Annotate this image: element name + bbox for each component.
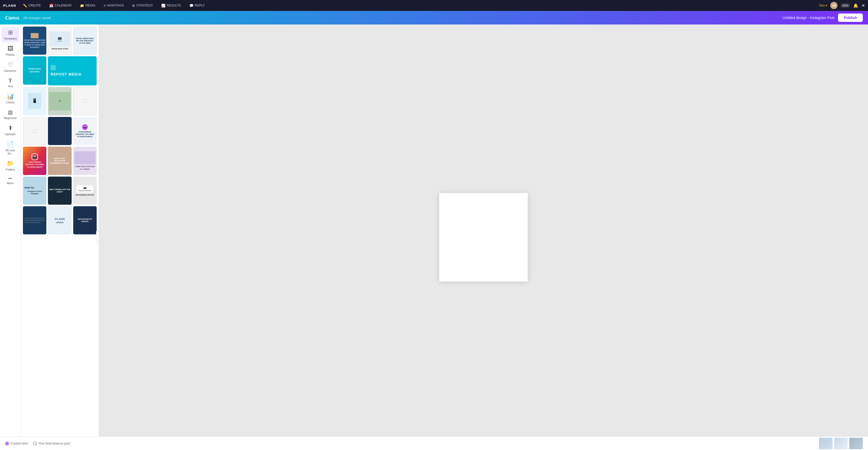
nav-hashtags-label: HASHTAGS [107, 4, 124, 7]
nav-results-label: RESULTS [167, 4, 181, 7]
folders-label: Folders [5, 168, 15, 171]
sidebar-tool-uploads[interactable]: ⬆ Uploads [2, 123, 19, 138]
canvas-area[interactable]: 46% ⤢ Help ? [99, 25, 868, 450]
template-item-photo3[interactable]: GET A CHAT INSTAGRAM ECOMMERCE IN 2020 [48, 147, 71, 175]
text-label: Text [7, 85, 13, 88]
best-times-radio[interactable] [33, 442, 37, 445]
sidebar-tool-folders[interactable]: 📁 Folders [2, 158, 19, 173]
template-grid: FROM PHOTOGRAPHER JENNA MARONEY USES PLA… [23, 27, 97, 234]
template-item[interactable]: FROM PHOTOGRAPHER JENNA MARONEY USES PLA… [23, 27, 46, 55]
template-item-api-update[interactable]: INSTAGRAM API UPDATE [73, 206, 97, 234]
custom-time-option[interactable]: Custom time [5, 442, 28, 445]
sidebar-tool-templates[interactable]: ⊞ Templates [2, 27, 19, 42]
thumbnail-item[interactable] [834, 438, 848, 449]
create-icon: ✏️ [23, 4, 27, 7]
more-label: More [7, 182, 13, 185]
template-item[interactable]: 🌿 [48, 87, 71, 115]
template-item-list-blue[interactable] [23, 206, 46, 234]
main-area: ⊞ Templates 🖼 Photos ♡ Elements T Text 📊… [0, 25, 868, 450]
strategy-icon: ⊞ [132, 4, 135, 7]
thumbnail-item[interactable] [819, 438, 833, 449]
nav-calendar-label: CALENDAR [55, 4, 72, 7]
canva-header: Canva All changes saved Untitled design … [0, 11, 868, 25]
reply-icon: 💬 [189, 4, 193, 7]
template-item[interactable]: □ [23, 117, 46, 145]
template-item-howto[interactable]: HOW TO: Instagram Canva Template [23, 176, 46, 205]
publish-button[interactable]: Publish [838, 13, 863, 22]
design-title: Untitled design - Instagram Post [782, 15, 834, 20]
nav-right-section: Dev ▾ JM 42% 🔔 ✕ [819, 2, 865, 9]
close-button[interactable]: ✕ [862, 3, 865, 8]
template-item-repost-media[interactable]: REPOST MEDIA [48, 56, 97, 86]
template-item-8updates[interactable]: 📷 8 INSTAGRAM UPDATES YOU NEED TO KNOW A… [73, 117, 97, 145]
nav-item-strategy[interactable]: ⊞ STRATEGY [130, 3, 154, 9]
media-icon: 📁 [80, 4, 84, 7]
templates-grid-container: FROM PHOTOGRAPHER JENNA MARONEY USES PLA… [21, 25, 99, 450]
nav-media-label: MEDIA [86, 4, 95, 7]
best-times-option[interactable]: Your best times to post [33, 442, 70, 445]
uploads-icon: ⬆ [8, 125, 13, 131]
best-times-label: Your best times to post [38, 442, 70, 445]
template-item[interactable]: 📱 [23, 87, 46, 115]
template-item[interactable]: SOMETHING EXCITING [23, 56, 46, 84]
template-item[interactable]: SOCIAL MEDIA WILL BE OUR GREATEST LITTLE… [73, 27, 97, 55]
template-item[interactable]: 💻 GROW WITH STEM [48, 27, 71, 55]
nav-strategy-label: STRATEGY [136, 4, 153, 7]
canva-logo: Canva [5, 15, 19, 21]
template-item-plann-update[interactable]: PLANN UPDATE [48, 206, 71, 234]
uploads-label: Uploads [5, 133, 16, 136]
hashtags-icon: # [104, 4, 105, 7]
results-icon: 📈 [161, 4, 165, 7]
photos-icon: 🖼 [7, 45, 13, 52]
template-item-ig-update[interactable]: 📷 Planned template INSTAGRAM UPDATE [73, 176, 97, 205]
sidebar-tool-background[interactable]: ▨ Bkground [2, 107, 19, 122]
elements-icon: ♡ [8, 61, 13, 68]
nav-item-hashtags[interactable]: # HASHTAGS [102, 3, 125, 9]
dev-dropdown[interactable]: Dev ▾ [819, 4, 827, 7]
more-icon: ••• [8, 176, 12, 181]
folders-icon: 📁 [7, 160, 14, 167]
sidebar-tool-photos[interactable]: 🖼 Photos [2, 43, 19, 58]
thumbnail-item[interactable] [849, 438, 863, 449]
nav-item-calendar[interactable]: 📅 CALENDAR [48, 3, 73, 9]
sidebar-tool-more[interactable]: ••• More [2, 174, 19, 187]
photos-label: Photos [6, 53, 14, 56]
canva-sidebar: ⊞ Templates 🖼 Photos ♡ Elements T Text 📊… [0, 25, 21, 450]
text-icon: T [9, 77, 12, 84]
background-label: Bkground [4, 117, 17, 120]
notifications-icon[interactable]: 🔔 [853, 3, 858, 8]
background-icon: ▨ [8, 109, 13, 116]
all-designs-icon: 📄 [7, 141, 14, 148]
nav-item-reply[interactable]: 💬 REPLY [188, 3, 206, 9]
template-item-navy-block[interactable] [48, 117, 71, 145]
nav-create-label: CREATE [28, 4, 41, 7]
custom-time-radio[interactable] [5, 442, 9, 445]
sidebar-tool-charts[interactable]: 📊 Charts [2, 91, 19, 106]
template-item-likes[interactable]: WHO TURNED OFF THE LIKES? [48, 176, 71, 205]
charts-label: Charts [6, 101, 14, 104]
panel-collapse-handle[interactable]: ‹ [96, 231, 99, 244]
sidebar-tool-all-designs[interactable]: 📄 All your de... [2, 139, 19, 157]
sidebar-tool-elements[interactable]: ♡ Elements [2, 59, 19, 74]
calendar-icon: 📅 [49, 4, 53, 7]
template-item[interactable]: □ [73, 87, 97, 115]
nav-reply-label: REPLY [195, 4, 205, 7]
elements-label: Elements [4, 69, 17, 72]
templates-label: Templates [4, 37, 17, 40]
bottom-thumbnails [819, 438, 863, 449]
nav-item-media[interactable]: 📁 MEDIA [79, 3, 97, 9]
dev-label-text: Dev [819, 4, 825, 7]
top-navigation: PLANN ✏️ CREATE 📅 CALENDAR 📁 MEDIA # HAS… [0, 0, 868, 11]
nav-item-create[interactable]: ✏️ CREATE [21, 3, 42, 9]
custom-time-label: Custom time [10, 442, 28, 445]
plann-bottom-bar: Custom time Your best times to post [0, 437, 868, 450]
template-item-exciting-coming[interactable]: SOMETHING EXCITING IS COMING [73, 147, 97, 175]
sidebar-tool-text[interactable]: T Text [2, 75, 19, 90]
canvas-document [439, 193, 528, 282]
charts-icon: 📊 [7, 93, 14, 100]
saved-status: All changes saved [23, 16, 51, 20]
template-item-ig-gradient[interactable]: 📷 8 INSTAGRAM UPDATES YOU NEED TO KNOW A… [23, 147, 46, 175]
app-logo: PLANN [3, 4, 16, 7]
nav-item-results[interactable]: 📈 RESULTS [160, 3, 182, 9]
user-avatar[interactable]: JM [830, 2, 838, 9]
